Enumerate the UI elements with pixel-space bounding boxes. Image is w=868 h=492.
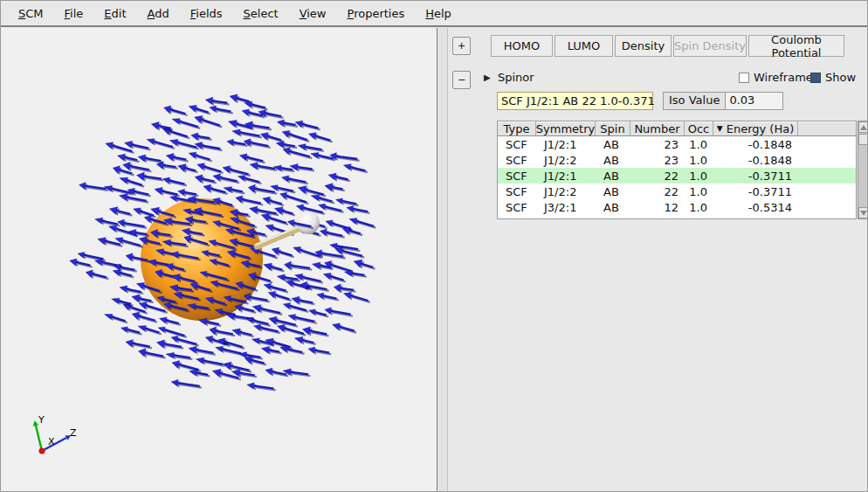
- iso-value-group: Iso Value 0.03: [663, 92, 783, 110]
- field-arrow-icon: [139, 349, 166, 358]
- field-arrow-icon: [282, 130, 309, 142]
- field-arrow-icon: [330, 243, 361, 251]
- selected-orbital-field[interactable]: SCF J1/2:1 AB 22 1.0 -0.371: [497, 92, 653, 110]
- field-arrow-icon: [224, 187, 245, 194]
- scroll-down-button[interactable]: [858, 207, 868, 218]
- menu-select[interactable]: Select: [233, 3, 289, 24]
- wireframe-checkbox-box[interactable]: [739, 73, 749, 83]
- table-row[interactable]: SCFJ1/2:1AB231.0-0.1848: [498, 136, 856, 152]
- add-field-button[interactable]: +: [452, 37, 471, 55]
- column-header-number[interactable]: Number: [630, 121, 685, 135]
- field-arrow-icon: [195, 116, 222, 128]
- field-arrow-icon: [121, 327, 141, 334]
- menu-view[interactable]: View: [289, 3, 337, 24]
- field-arrow-icon: [112, 298, 134, 306]
- table-row[interactable]: SCFJ1/2:1AB221.0-0.3711: [498, 168, 856, 184]
- column-header-type[interactable]: Type: [498, 121, 536, 135]
- field-arrow-icon: [252, 305, 282, 315]
- selected-orbital-text: SCF J1/2:1 AB 22 1.0: [501, 94, 618, 107]
- scroll-up-button[interactable]: [858, 121, 868, 133]
- show-checkbox-box[interactable]: [810, 73, 821, 83]
- menu-scm[interactable]: SCM: [8, 3, 54, 24]
- menu-properties[interactable]: Properties: [337, 3, 416, 24]
- show-checkbox[interactable]: Show: [810, 71, 856, 84]
- field-arrow-icon: [105, 314, 127, 322]
- field-arrow-icon: [328, 173, 350, 182]
- field-arrow-icon: [285, 261, 313, 271]
- menu-add[interactable]: Add: [137, 3, 180, 24]
- hydrogen-sphere[interactable]: [297, 211, 320, 234]
- density-button[interactable]: Density: [615, 35, 672, 57]
- orbital-table-body: SCFJ1/2:1AB231.0-0.1848SCFJ1/2:2AB231.0-…: [497, 136, 857, 219]
- down-arrow-icon: [860, 211, 867, 216]
- table-cell: 1.0: [685, 201, 713, 214]
- field-arrow-icon: [247, 383, 276, 391]
- field-arrow-icon: [308, 347, 331, 355]
- spinor-section-title: Spinor: [498, 71, 534, 84]
- field-arrow-icon: [210, 327, 235, 336]
- scroll-thumb[interactable]: [858, 134, 868, 145]
- column-header-label: Spin: [600, 122, 624, 135]
- field-arrow-icon: [123, 163, 152, 172]
- column-header-filler: [798, 121, 856, 135]
- table-cell: SCF: [498, 185, 536, 198]
- table-cell: SCF: [498, 138, 536, 151]
- field-arrow-icon: [239, 154, 265, 163]
- table-cell: -0.1848: [713, 138, 798, 151]
- spinor-disclosure-triangle[interactable]: ▶: [484, 73, 491, 82]
- column-header-occ[interactable]: Occ: [685, 121, 713, 135]
- field-arrow-icon: [345, 270, 367, 277]
- homo-button[interactable]: HOMO: [491, 35, 553, 57]
- table-row[interactable]: SCFJ3/2:1AB121.0-0.5314: [498, 199, 856, 215]
- table-cell: J1/2:1: [536, 170, 596, 183]
- pane-splitter[interactable]: [438, 28, 448, 492]
- field-arrow-icon: [227, 139, 248, 147]
- wireframe-checkbox[interactable]: Wireframe: [739, 71, 813, 84]
- table-row[interactable]: SCFJ1/2:2AB221.0-0.3711: [498, 184, 856, 199]
- field-arrow-icon: [132, 312, 157, 322]
- table-cell: J3/2:1: [536, 201, 596, 214]
- spin-density-button: Spin Density: [673, 35, 747, 57]
- iso-value-input[interactable]: 0.03: [726, 92, 783, 110]
- orbital-table: TypeSymmetrySpinNumberOcc▼Energy (Ha) SC…: [497, 121, 868, 246]
- field-arrow-icon: [309, 309, 329, 316]
- menu-fields[interactable]: Fields: [180, 3, 233, 24]
- up-arrow-icon: [860, 125, 867, 130]
- coulomb-potential-button[interactable]: Coulomb Potential: [748, 35, 844, 57]
- field-arrow-icon: [118, 154, 140, 162]
- table-scrollbar[interactable]: [858, 121, 868, 219]
- column-header-label: Energy (Ha): [727, 122, 795, 135]
- table-cell: AB: [596, 138, 630, 151]
- column-header-energy-ha-[interactable]: ▼Energy (Ha): [713, 121, 798, 135]
- field-arrow-icon: [309, 133, 333, 142]
- column-header-symmetry[interactable]: Symmetry: [536, 121, 596, 135]
- x-axis-label: X: [48, 436, 55, 447]
- column-header-spin[interactable]: Spin: [596, 121, 630, 135]
- field-buttons-row: HOMOLUMODensitySpin DensityCoulomb Poten…: [491, 35, 844, 57]
- field-arrow-icon: [164, 106, 188, 115]
- column-header-label: Occ: [688, 122, 710, 135]
- adfview-window: SCMFileEditAddFieldsSelectViewProperties…: [0, 0, 868, 492]
- field-arrow-icon: [137, 172, 164, 182]
- table-cell: SCF: [498, 154, 536, 167]
- table-cell: 1.0: [685, 154, 713, 167]
- field-arrow-icon: [189, 105, 210, 114]
- menu-file[interactable]: File: [54, 3, 94, 24]
- field-arrow-icon: [261, 346, 281, 354]
- table-row[interactable]: SCFJ1/2:2AB231.0-0.1848: [498, 152, 856, 168]
- lumo-button[interactable]: LUMO: [555, 35, 613, 57]
- menu-edit[interactable]: Edit: [93, 3, 136, 24]
- table-cell: 1.0: [685, 185, 713, 198]
- field-arrow-icon: [205, 97, 229, 106]
- field-arrow-icon: [260, 133, 283, 142]
- iso-value-label: Iso Value: [663, 92, 726, 110]
- table-cell: 23: [630, 138, 685, 151]
- field-arrow-icon: [178, 164, 198, 173]
- menu-help[interactable]: Help: [415, 3, 462, 24]
- field-arrow-icon: [189, 152, 212, 161]
- field-arrow-icon: [245, 101, 268, 109]
- field-arrow-icon: [264, 263, 285, 271]
- field-arrow-icon: [120, 286, 143, 294]
- molecule-3d-viewport[interactable]: YZX: [1, 28, 437, 492]
- field-arrow-icon: [292, 296, 314, 305]
